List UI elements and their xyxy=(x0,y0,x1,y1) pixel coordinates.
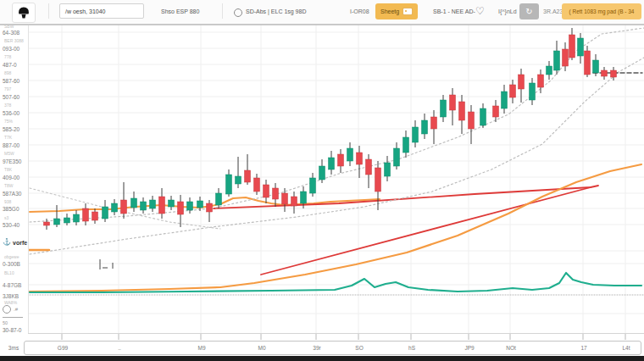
toolbar-separator xyxy=(222,3,223,19)
candle-body xyxy=(450,95,456,110)
candle-body xyxy=(282,193,288,204)
candle-body xyxy=(178,202,184,214)
price-label: 587A30 xyxy=(3,191,21,197)
candle-body xyxy=(385,163,391,176)
candle-body xyxy=(547,66,552,75)
candle-body xyxy=(216,193,222,205)
footer-tools: .# 50 30-87-0 xyxy=(3,305,28,333)
candle-body xyxy=(141,202,147,210)
candle-body xyxy=(585,51,591,75)
candle-body xyxy=(301,192,307,203)
interval-compare-label[interactable]: SD-Abs | ELC 1sg 98D xyxy=(246,0,306,22)
candle-body xyxy=(187,202,193,210)
snapshot-button[interactable]: ↻ xyxy=(519,3,539,19)
candle-body xyxy=(169,200,175,207)
refresh-icon: ↻ xyxy=(525,7,532,16)
price-label: 887-00 xyxy=(3,142,19,148)
time-label: 3ms xyxy=(8,345,19,351)
indicator-name-label: vorfe xyxy=(13,240,27,246)
cta-button-label: ( Rett 1083 mg pad (B - 34 xyxy=(569,8,635,14)
candle-body xyxy=(519,75,525,89)
price-minor-label: s3 xyxy=(4,215,8,220)
app-logo[interactable] xyxy=(12,3,36,23)
footer-icon-suffix: .# xyxy=(14,307,18,312)
candle-body xyxy=(602,70,608,76)
candle-body xyxy=(593,60,599,73)
candle-body xyxy=(357,153,363,164)
indicator-value-label: 4-87GB xyxy=(3,282,21,288)
price-minor-label: T8K xyxy=(4,167,12,172)
cta-trial-button[interactable]: ( Rett 1083 mg pad (B - 34 xyxy=(562,3,641,19)
price-minor-label: 778 xyxy=(4,54,11,59)
sheets-button[interactable]: Sheetg xyxy=(375,3,418,19)
candle-body xyxy=(44,222,50,225)
candle-body xyxy=(366,159,372,175)
image-icon xyxy=(402,8,413,15)
price-label: 507-60 xyxy=(3,94,19,100)
candle-body xyxy=(121,200,127,214)
symbol-search-input[interactable]: /w oesh, 31040 xyxy=(59,3,144,19)
candle-body xyxy=(74,214,80,222)
candle-body xyxy=(469,112,475,129)
candle-body xyxy=(236,176,242,184)
bottom-bar xyxy=(0,356,644,361)
candle-body xyxy=(64,218,70,223)
heart-icon[interactable]: ♡ xyxy=(475,4,485,18)
mushroom-logo-icon xyxy=(16,5,31,20)
range-label[interactable]: SB-1 - NEE AD- xyxy=(433,0,475,22)
candle-body xyxy=(347,148,353,161)
footer-divider xyxy=(3,317,23,318)
candle-body xyxy=(578,38,584,56)
candle-body xyxy=(245,170,251,182)
price-label: 530-40 xyxy=(3,222,19,228)
candle-body xyxy=(569,35,575,58)
indicator-minor-label: BL10 xyxy=(4,270,14,275)
indicator-minor-label: obgewe xyxy=(4,254,19,259)
price-minor-label: 938 xyxy=(4,199,11,204)
price-label: 585-20 xyxy=(3,126,19,132)
candle-body xyxy=(131,198,137,208)
price-minor-label: T7K xyxy=(4,135,12,140)
time-label: G99 xyxy=(58,345,68,351)
candle-body xyxy=(207,203,213,212)
time-axis[interactable]: 3msG99..M9M039rSOhSJP9NOt17L4t xyxy=(24,341,641,355)
circle-icon[interactable] xyxy=(234,8,242,17)
indicator-legend[interactable]: ⚓ vorfe xyxy=(3,239,28,246)
price-minor-label: BER 3088 xyxy=(4,38,24,43)
price-axis[interactable]: 64-308093-00487-0587-60507-60536-00585-2… xyxy=(0,24,29,333)
time-label: L4t xyxy=(622,345,630,351)
candle-body xyxy=(159,197,165,214)
candle-body xyxy=(480,108,486,125)
time-label: NOt xyxy=(506,345,516,351)
loop-icon[interactable] xyxy=(3,305,11,314)
alerts-label[interactable]: I{^}nLd xyxy=(498,0,517,22)
candle-body xyxy=(441,100,447,117)
price-label: 536-00 xyxy=(3,110,19,116)
price-minor-label: 797 xyxy=(4,86,11,92)
candle-body xyxy=(273,188,279,199)
footer-value-label: 30-87-0 xyxy=(3,327,28,333)
candle-body xyxy=(502,92,508,108)
chart-bottom-border xyxy=(28,333,644,334)
time-label: JP9 xyxy=(464,345,474,351)
toolbar-separator xyxy=(48,3,49,19)
candle-body xyxy=(103,207,108,219)
orange-rising-line xyxy=(30,164,641,292)
price-minor-label: M5W xyxy=(4,151,14,156)
candle-body xyxy=(538,75,544,87)
time-label: M0 xyxy=(258,345,265,351)
price-label: 97E350 xyxy=(3,158,21,164)
candle-body xyxy=(150,200,156,208)
footer-small-label: 50 xyxy=(3,320,28,325)
candle-body xyxy=(112,203,118,212)
candle-body xyxy=(291,197,297,206)
symbol-name-label[interactable]: Shso ESP 880 xyxy=(161,0,199,22)
candle-body xyxy=(375,168,381,192)
time-label: M9 xyxy=(197,345,205,351)
time-label: SO xyxy=(355,345,363,351)
trendline-lower-red-line xyxy=(261,187,591,275)
price-label: 487-0 xyxy=(3,62,17,68)
candle-body xyxy=(403,137,409,153)
price-chart-canvas[interactable] xyxy=(0,0,644,341)
candle-body xyxy=(310,178,316,193)
